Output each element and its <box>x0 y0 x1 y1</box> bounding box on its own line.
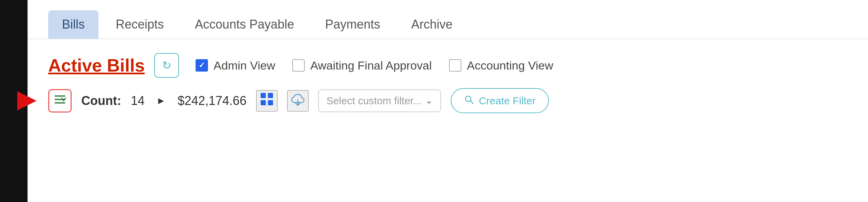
tabs-row: Bills Receipts Accounts Payable Payments… <box>28 0 868 39</box>
svg-rect-4 <box>268 93 273 98</box>
svg-rect-5 <box>261 100 266 105</box>
admin-view-checkbox[interactable]: Admin View <box>196 59 275 72</box>
refresh-button[interactable]: ↻ <box>154 53 179 78</box>
accounting-view-checkbox[interactable]: Accounting View <box>449 59 553 72</box>
search-icon <box>464 94 474 107</box>
count-value: 14 <box>131 94 145 108</box>
filter-icon-wrapper <box>48 89 72 113</box>
red-arrow-indicator <box>17 91 36 110</box>
checkbox-group: Admin View Awaiting Final Approval Accou… <box>196 59 553 72</box>
page-title: Active Bills <box>48 55 145 76</box>
grid-view-button[interactable] <box>256 90 278 111</box>
svg-rect-6 <box>268 100 273 105</box>
grid-icon <box>260 92 274 109</box>
svg-rect-3 <box>261 93 266 98</box>
awaiting-final-approval-checkbox-box[interactable] <box>292 59 305 72</box>
create-filter-label: Create Filter <box>479 95 536 107</box>
awaiting-final-approval-checkbox[interactable]: Awaiting Final Approval <box>292 59 432 72</box>
chevron-down-icon: ⌄ <box>425 95 433 106</box>
create-filter-button[interactable]: Create Filter <box>451 88 549 113</box>
tab-payments[interactable]: Payments <box>311 10 394 39</box>
accounting-view-checkbox-box[interactable] <box>449 59 461 72</box>
amount-value: $242,174.66 <box>178 94 247 108</box>
cloud-download-icon <box>290 92 305 110</box>
download-button[interactable] <box>287 90 308 111</box>
admin-view-checkbox-box[interactable] <box>196 59 208 72</box>
filter-sort-button[interactable] <box>48 89 72 113</box>
count-label: Count: <box>81 94 121 108</box>
arrow-right-icon: ► <box>156 95 166 106</box>
refresh-icon: ↻ <box>162 59 171 72</box>
tab-bills[interactable]: Bills <box>48 10 98 39</box>
custom-filter-placeholder: Select custom filter... <box>326 95 422 107</box>
tab-receipts[interactable]: Receipts <box>102 10 178 39</box>
title-row: Active Bills ↻ Admin View Awaiting Final… <box>48 53 847 78</box>
stats-row: Count: 14 ► $242,174.66 <box>48 88 847 113</box>
svg-line-9 <box>470 101 473 104</box>
main-content: Bills Receipts Accounts Payable Payments… <box>28 0 868 202</box>
tab-accounts-payable[interactable]: Accounts Payable <box>181 10 308 39</box>
content-area: Active Bills ↻ Admin View Awaiting Final… <box>28 39 868 127</box>
custom-filter-select[interactable]: Select custom filter... ⌄ <box>318 89 441 112</box>
tab-archive[interactable]: Archive <box>397 10 466 39</box>
filter-sort-icon <box>54 93 66 108</box>
